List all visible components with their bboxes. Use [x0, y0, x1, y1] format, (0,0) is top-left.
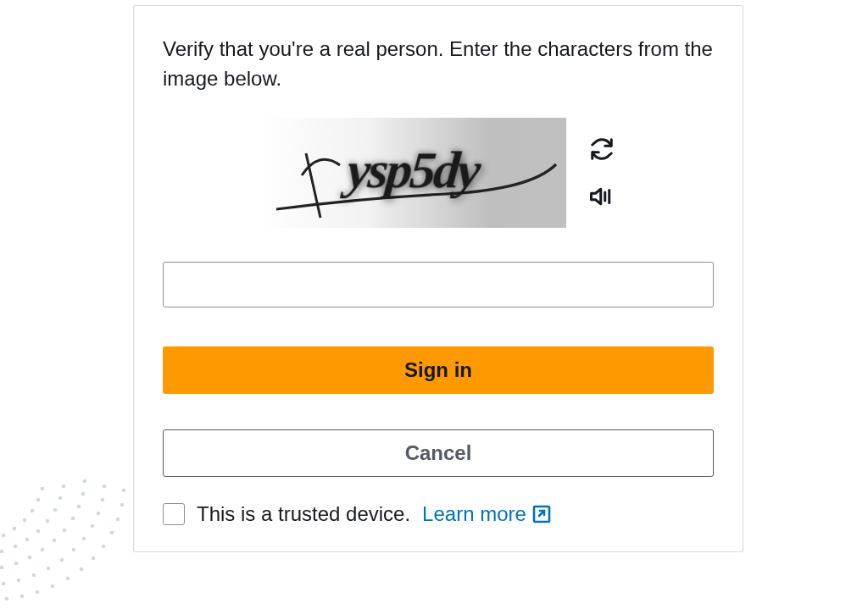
svg-point-27 [14, 562, 19, 566]
background-dots [0, 389, 136, 609]
svg-point-47 [13, 527, 17, 531]
svg-point-40 [36, 529, 41, 534]
svg-point-12 [122, 489, 126, 493]
external-link-icon [531, 504, 552, 524]
svg-point-16 [32, 573, 36, 578]
signin-button[interactable]: Sign in [163, 346, 714, 394]
audio-captcha-button[interactable] [587, 181, 617, 212]
svg-point-19 [72, 548, 76, 552]
cancel-button[interactable]: Cancel [163, 429, 714, 477]
svg-point-7 [92, 556, 96, 561]
svg-point-14 [2, 582, 6, 586]
svg-point-1 [5, 597, 9, 601]
svg-point-8 [102, 545, 106, 549]
svg-point-46 [2, 534, 6, 538]
svg-point-42 [53, 508, 58, 512]
svg-point-41 [46, 519, 50, 523]
captcha-input[interactable] [163, 262, 714, 307]
captcha-actions [587, 134, 617, 212]
svg-point-37 [0, 550, 3, 554]
svg-point-17 [47, 567, 51, 571]
svg-point-23 [101, 498, 105, 502]
svg-point-10 [116, 518, 120, 522]
svg-point-21 [91, 524, 95, 529]
svg-point-48 [23, 518, 27, 523]
trusted-device-label: This is a trusted device. [197, 502, 410, 526]
svg-point-15 [17, 579, 21, 583]
learn-more-text: Learn more [422, 502, 526, 526]
svg-point-6 [80, 567, 84, 572]
svg-marker-52 [592, 189, 601, 204]
svg-point-33 [77, 505, 81, 509]
svg-point-50 [36, 498, 41, 502]
svg-point-24 [103, 484, 107, 489]
svg-point-3 [36, 590, 40, 595]
captcha-image: ysp5dy [259, 118, 566, 228]
instructions-text: Verify that you're a real person. Enter … [163, 35, 714, 94]
svg-point-2 [20, 595, 25, 599]
captcha-text: ysp5dy [345, 140, 481, 200]
svg-point-32 [71, 517, 75, 521]
svg-point-18 [60, 558, 64, 562]
svg-point-26 [0, 566, 3, 570]
svg-point-30 [53, 539, 57, 543]
svg-point-20 [82, 537, 86, 541]
trusted-device-checkbox[interactable] [163, 503, 185, 525]
svg-point-34 [81, 492, 86, 496]
svg-point-9 [110, 531, 114, 535]
svg-point-31 [63, 529, 67, 533]
svg-point-38 [14, 545, 18, 549]
learn-more-link[interactable]: Learn more [422, 502, 552, 526]
captcha-card: Verify that you're a real person. Enter … [133, 5, 743, 552]
svg-point-4 [51, 584, 55, 589]
svg-point-44 [62, 484, 66, 489]
svg-point-29 [41, 548, 45, 552]
svg-point-5 [66, 577, 70, 581]
trusted-device-row: This is a trusted device. Learn more [163, 502, 714, 526]
svg-point-39 [25, 538, 30, 542]
svg-point-49 [31, 509, 35, 513]
svg-point-51 [41, 487, 45, 491]
svg-point-43 [58, 496, 63, 501]
svg-point-35 [83, 479, 87, 484]
svg-point-11 [120, 503, 125, 507]
refresh-icon [589, 136, 615, 162]
audio-icon [589, 184, 615, 209]
captcha-row: ysp5dy [163, 118, 714, 228]
svg-point-28 [28, 556, 32, 560]
refresh-captcha-button[interactable] [587, 134, 617, 164]
svg-point-22 [97, 512, 101, 516]
